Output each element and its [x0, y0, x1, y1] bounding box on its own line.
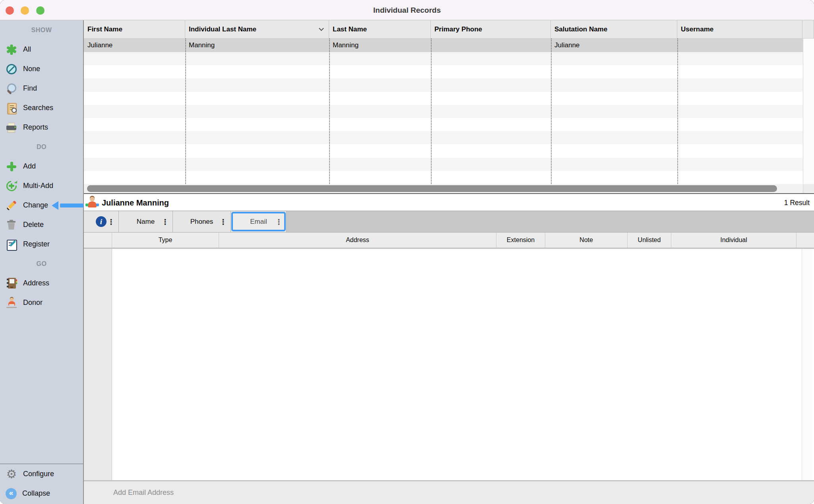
column-header-individual-last-name[interactable]: Individual Last Name [185, 20, 329, 38]
email-column-header-type[interactable]: Type [112, 233, 219, 248]
email-column-header-individual[interactable]: Individual [671, 233, 797, 248]
saved-search-icon [6, 102, 17, 114]
tab-name[interactable]: Name⋮ [119, 211, 173, 232]
sidebar: SHOWAllNoneFindSearchesReportsDOAddMulti… [0, 20, 84, 504]
column-header-spacer [802, 20, 814, 38]
sidebar-item-collapse[interactable]: «Collapse [0, 484, 83, 503]
column-header-label: Individual Last Name [189, 25, 256, 33]
table-cell [677, 39, 802, 52]
sidebar-item-register[interactable]: Register [0, 235, 83, 254]
table-cell: Manning [185, 39, 329, 52]
table-row-empty[interactable] [84, 158, 803, 171]
sidebar-section-label-show: SHOW [0, 20, 83, 40]
column-header-last-name[interactable]: Last Name [329, 20, 431, 38]
tab-label: Phones [190, 218, 213, 226]
column-header-username[interactable]: Username [677, 20, 802, 38]
sidebar-item-label: Add [23, 162, 36, 171]
table-cell: Julianne [551, 39, 677, 52]
chevron-down-icon [319, 26, 324, 31]
column-header-label: First Name [87, 25, 122, 33]
table-row-empty[interactable] [84, 144, 803, 157]
collapse-icon: « [6, 488, 17, 499]
sidebar-item-add[interactable]: Add [0, 157, 83, 176]
table-row-empty[interactable] [84, 171, 803, 184]
tab-email[interactable]: Email⋮ [231, 211, 287, 232]
detail-tab-bar: i⋮Name⋮Phones⋮Email⋮ [84, 211, 814, 233]
column-separator [185, 39, 186, 184]
tab-label: Email [250, 218, 267, 226]
sidebar-item-find[interactable]: Find [0, 79, 83, 98]
records-table-header: First NameIndividual Last NameLast NameP… [84, 20, 814, 39]
selected-record-bar: Julianne Manning 1 Result [84, 195, 814, 211]
sidebar-item-delete[interactable]: Delete [0, 215, 83, 235]
sidebar-item-address[interactable]: Address [0, 273, 83, 293]
email-table-body[interactable] [112, 249, 802, 480]
column-header-salutation-name[interactable]: Salutation Name [551, 20, 677, 38]
address-book-icon [6, 277, 17, 289]
sidebar-item-none[interactable]: None [0, 59, 83, 79]
email-column-header-address[interactable]: Address [219, 233, 496, 248]
sidebar-item-label: Delete [23, 221, 44, 229]
table-row-empty[interactable] [84, 105, 803, 118]
sidebar-item-label: Collapse [22, 489, 50, 498]
sidebar-item-configure[interactable]: ⚙Configure [0, 464, 83, 484]
column-header-first-name[interactable]: First Name [84, 20, 185, 38]
email-column-header-note[interactable]: Note [545, 233, 628, 248]
column-separator [551, 39, 552, 184]
column-header-primary-phone[interactable]: Primary Phone [431, 20, 551, 38]
kebab-menu-icon[interactable]: ⋮ [161, 217, 169, 226]
sidebar-item-label: Find [23, 84, 37, 93]
asterisk-icon [6, 44, 17, 56]
kebab-menu-icon[interactable]: ⋮ [107, 217, 115, 226]
table-row-selected[interactable]: JulianneManningManningJulianne [84, 39, 803, 52]
sidebar-item-label: Address [23, 279, 49, 287]
kebab-menu-icon[interactable]: ⋮ [219, 217, 227, 226]
register-icon [6, 238, 17, 250]
table-row-empty[interactable] [84, 52, 803, 65]
sidebar-section-label-go: GO [0, 254, 83, 273]
tab-phones[interactable]: Phones⋮ [173, 211, 231, 232]
printer-icon [6, 122, 17, 134]
scrollbar-corner [803, 184, 814, 193]
table-row-empty[interactable] [84, 78, 803, 91]
app-window: Individual Records SHOWAllNoneFindSearch… [0, 0, 814, 504]
tab-label: Name [137, 218, 155, 226]
multi-add-icon [6, 180, 17, 192]
info-icon: i [96, 216, 107, 227]
window-title: Individual Records [0, 0, 814, 20]
sidebar-item-multi-add[interactable]: Multi-Add [0, 176, 83, 196]
sidebar-item-label: Change [23, 201, 48, 209]
plus-icon [6, 161, 17, 173]
sidebar-item-reports[interactable]: Reports [0, 118, 83, 137]
email-column-header-spacer [84, 233, 112, 248]
email-vertical-scrollbar[interactable] [802, 249, 812, 480]
table-row-empty[interactable] [84, 65, 803, 78]
records-vertical-scrollbar[interactable] [803, 39, 814, 184]
sidebar-sections: SHOWAllNoneFindSearchesReportsDOAddMulti… [0, 20, 83, 312]
sidebar-item-label: None [23, 65, 40, 73]
records-table-body[interactable]: JulianneManningManningJulianne [84, 39, 803, 184]
column-separator [677, 39, 678, 184]
sidebar-item-change[interactable]: Change [0, 196, 83, 215]
column-separator [431, 39, 432, 184]
sidebar-item-label: Reports [23, 123, 48, 132]
sidebar-item-label: All [23, 45, 31, 54]
table-row-empty[interactable] [84, 131, 803, 144]
add-email-address-button[interactable]: Add Email Address [113, 488, 174, 497]
email-table-header: TypeAddressExtensionNoteUnlistedIndividu… [84, 233, 814, 248]
records-horizontal-scrollbar[interactable] [84, 184, 814, 194]
email-column-header-extension[interactable]: Extension [496, 233, 545, 248]
kebab-menu-icon[interactable]: ⋮ [275, 217, 283, 226]
table-row-empty[interactable] [84, 118, 803, 131]
sidebar-section-label-do: DO [0, 137, 83, 157]
sidebar-item-searches[interactable]: Searches [0, 98, 83, 118]
sidebar-item-donor[interactable]: Donor [0, 293, 83, 312]
result-count: 1 Result [784, 195, 810, 211]
tab-record-info[interactable]: i⋮ [84, 211, 119, 232]
sidebar-item-label: Register [23, 240, 50, 248]
sidebar-item-label: Searches [23, 104, 53, 112]
sidebar-item-all[interactable]: All [0, 40, 83, 59]
email-column-header-unlisted[interactable]: Unlisted [628, 233, 671, 248]
horizontal-scrollbar-thumb[interactable] [87, 185, 777, 192]
table-row-empty[interactable] [84, 92, 803, 105]
